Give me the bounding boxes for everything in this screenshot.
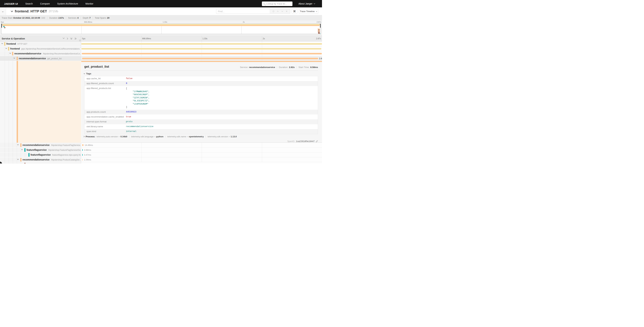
next-match-icon[interactable] bbox=[281, 11, 283, 12]
span-bar[interactable] bbox=[82, 154, 83, 156]
tags-table: app.cache_hit false app.filtered_product… bbox=[84, 76, 318, 134]
span-row-frontend-listrecommendations[interactable]: frontendgrpc.hipstershop.RecommendationS… bbox=[0, 46, 322, 51]
tag-row: span.kind internal bbox=[84, 129, 318, 134]
timeline-minimap[interactable]: 0μs 666.89ms 1.33s 2s 2.67s bbox=[0, 20, 322, 36]
chevron-down-icon bbox=[314, 3, 315, 4]
tag-row: app.filtered_products.list [ "1YMWWN1N4O… bbox=[84, 86, 318, 110]
tag-row: otel.library.name recommendationservice bbox=[84, 124, 318, 129]
span-row-rec-productcatalog[interactable]: recommendationservice/hipstershop.Produc… bbox=[0, 157, 322, 162]
focus-match-icon[interactable] bbox=[272, 10, 274, 12]
about-jaeger-menu[interactable]: About Jaeger bbox=[298, 2, 315, 5]
chevron-down-icon[interactable] bbox=[10, 53, 11, 54]
tag-row: app.products.count 44530923 bbox=[84, 110, 318, 114]
span-row-featureflagservice-repo-query[interactable]: featureflagservicefeatureflagservice.rep… bbox=[0, 152, 322, 157]
span-detail-title: get_product_list bbox=[84, 65, 109, 68]
tag-row: app.recommendation.cache_enabled true bbox=[84, 114, 318, 119]
trace-title: frontend: HTTP GET bbox=[15, 10, 47, 13]
trace-total-spans: 20 bbox=[107, 16, 110, 19]
jaeger-trace-page: JAEGER UI Search Compare System Architec… bbox=[0, 0, 322, 164]
keyboard-shortcuts-button[interactable]: ⌘ bbox=[292, 9, 297, 14]
search-icon bbox=[263, 3, 265, 4]
trace-id: 2f715fb bbox=[49, 10, 58, 13]
minimap-ticks: 0μs 666.89ms 1.33s 2s 2.67s bbox=[0, 21, 322, 24]
back-button[interactable]: ← bbox=[0, 8, 6, 15]
span-row-featureflagservice-get[interactable]: featureflagservice/hipstershop.FeatureFl… bbox=[0, 148, 322, 152]
chevron-down-icon bbox=[316, 11, 317, 12]
find-control: Find... ✕ bbox=[216, 9, 290, 14]
trace-start-value: October 22 2022, 22:10:09 bbox=[13, 16, 40, 19]
link-icon[interactable] bbox=[316, 140, 318, 142]
trace-id-lookup-input[interactable]: Lookup by Trace ID... bbox=[262, 2, 292, 6]
span-duration-label: 2.62s bbox=[319, 57, 322, 60]
nav-monitor[interactable]: Monitor bbox=[86, 2, 93, 5]
span-bar[interactable] bbox=[82, 149, 83, 151]
service-operation-header: Service & Operation bbox=[2, 37, 25, 40]
partial-span-row bbox=[0, 162, 322, 164]
span-id-value: 1ca2262df0e18447 bbox=[296, 140, 314, 142]
trace-start-label: Trace Start bbox=[2, 16, 12, 19]
trace-depth: 7 bbox=[89, 16, 90, 19]
brand[interactable]: JAEGER UI bbox=[4, 2, 18, 5]
minimap-right-handle[interactable] bbox=[320, 24, 321, 28]
span-detail-meta: Service:recommendationservice Duration:2… bbox=[240, 66, 318, 68]
span-duration-label: 14.49ms bbox=[84, 144, 93, 146]
span-bar[interactable] bbox=[82, 53, 322, 54]
process-section-toggle[interactable]: Process: telemetry.auto.version=0.34b0 t… bbox=[84, 135, 237, 138]
top-nav: JAEGER UI Search Compare System Architec… bbox=[0, 0, 322, 8]
trace-stats-bar: Trace Start October 22 2022, 22:10:09.54… bbox=[0, 15, 322, 20]
column-resize-handle[interactable] bbox=[79, 40, 80, 41]
lookup-placeholder: Lookup by Trace ID... bbox=[266, 2, 287, 5]
span-duration-label: 3.47ms bbox=[84, 154, 91, 156]
trace-view-selector[interactable]: Trace Timeline bbox=[299, 9, 318, 14]
span-bar[interactable] bbox=[82, 58, 318, 59]
collapse-trace-chevron-icon[interactable] bbox=[11, 10, 13, 12]
nav-search[interactable]: Search bbox=[25, 2, 33, 5]
chevron-down-icon[interactable] bbox=[17, 144, 19, 145]
minimap-canvas[interactable] bbox=[1, 24, 321, 34]
span-duration-label: 1.04ms bbox=[84, 158, 91, 161]
chevron-right-icon bbox=[84, 136, 84, 137]
chevron-down-icon[interactable] bbox=[5, 48, 7, 49]
span-rows-bottom: recommendationservice/hipstershop.Featur… bbox=[0, 143, 322, 162]
trace-services: 4 bbox=[77, 16, 78, 19]
tag-row: internal.span.format proto bbox=[84, 119, 318, 124]
prev-match-icon[interactable] bbox=[277, 11, 279, 12]
span-bar[interactable] bbox=[82, 144, 84, 146]
tag-row: app.filtered_products.count 8 bbox=[84, 81, 318, 86]
span-detail-region: get_product_list Service:recommendations… bbox=[0, 61, 322, 143]
trace-title-bar: ← frontend: HTTP GET 2f715fb Find... ✕ bbox=[0, 8, 322, 15]
clear-find-icon[interactable]: ✕ bbox=[286, 10, 288, 12]
chevron-down-icon[interactable] bbox=[21, 149, 23, 150]
span-bar[interactable] bbox=[82, 48, 321, 50]
expand-all-icon[interactable] bbox=[74, 38, 76, 40]
span-duration-label: 3.68ms bbox=[84, 149, 91, 151]
span-color-accent bbox=[16, 61, 18, 143]
span-row-get-product-list[interactable]: recommendationserviceget_product_list 2.… bbox=[0, 56, 322, 61]
span-detail-panel: get_product_list Service:recommendations… bbox=[81, 62, 322, 143]
minimap-left-handle[interactable] bbox=[1, 24, 2, 28]
span-id-row: SpanID: 1ca2262df0e18447 bbox=[287, 140, 318, 142]
tags-section-toggle[interactable]: Tags bbox=[84, 72, 91, 75]
tag-row: app.cache_hit false bbox=[84, 76, 318, 81]
nav-system-architecture[interactable]: System Architecture bbox=[57, 2, 78, 5]
collapse-one-icon[interactable] bbox=[62, 38, 65, 40]
find-input[interactable]: Find... bbox=[216, 9, 270, 14]
chevron-down-icon bbox=[84, 73, 85, 74]
span-row-recommendationservice-list[interactable]: recommendationservice/hipstershop.Recomm… bbox=[0, 51, 322, 56]
span-row-rec-featureflagservice[interactable]: recommendationservice/hipstershop.Featur… bbox=[0, 143, 322, 148]
span-bar[interactable] bbox=[82, 159, 83, 161]
span-bar[interactable] bbox=[81, 43, 322, 45]
timeline-header: Service & Operation 0μs 666. bbox=[0, 36, 322, 42]
nav-compare[interactable]: Compare bbox=[40, 2, 50, 5]
expand-one-icon[interactable] bbox=[67, 38, 68, 40]
collapse-all-icon[interactable] bbox=[70, 38, 72, 40]
chevron-down-icon[interactable] bbox=[14, 58, 15, 59]
span-rows-top: frontendHTTP GET frontendgrpc.hipstersho… bbox=[0, 42, 322, 61]
chevron-down-icon[interactable] bbox=[1, 43, 3, 44]
trace-duration: 2.67s bbox=[58, 16, 64, 19]
span-row-frontend-httpget[interactable]: frontendHTTP GET bbox=[0, 42, 322, 46]
chevron-down-icon[interactable] bbox=[17, 159, 19, 160]
